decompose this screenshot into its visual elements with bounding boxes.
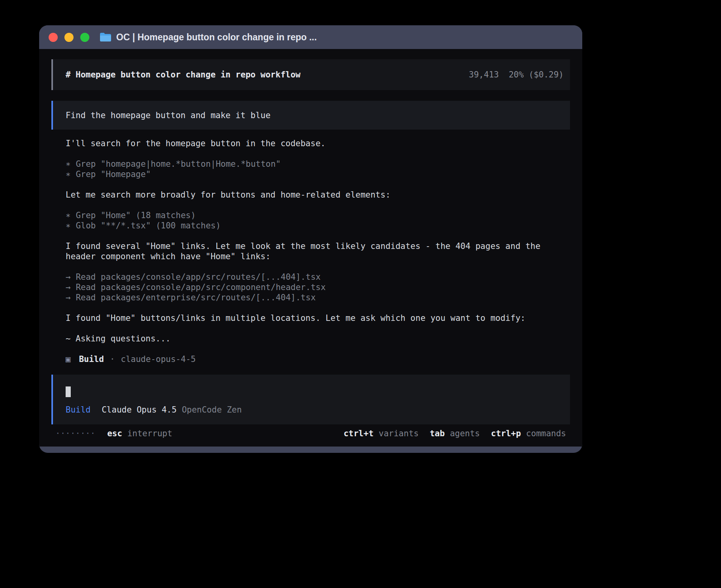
tool-label: Read packages/console/app/src/routes/[..… xyxy=(76,272,321,282)
model-label: Claude Opus 4.5 xyxy=(102,405,177,415)
shortcut-label: agents xyxy=(450,429,480,438)
tool-call-row: ∗Glob "**/*.tsx" (100 matches) xyxy=(66,220,569,231)
read-arrow-icon: → xyxy=(66,282,71,292)
tool-label: Grep "Home" (18 matches) xyxy=(76,211,196,220)
tool-marker-icon: ∗ xyxy=(66,159,71,169)
read-arrow-icon: → xyxy=(66,292,71,303)
tool-marker-icon: ∗ xyxy=(66,210,71,220)
tool-call-row: →Read packages/console/app/src/routes/[.… xyxy=(66,272,569,282)
assistant-paragraph: I found "Home" buttons/links in multiple… xyxy=(66,313,569,323)
shortcut-key: ctrl+t xyxy=(344,429,374,438)
esc-hint: escinterrupt xyxy=(107,428,172,439)
user-message-text: Find the homepage button and make it blu… xyxy=(66,110,270,121)
tool-call-row: →Read packages/enterprise/src/routes/[..… xyxy=(66,292,569,303)
tool-label: Grep "homepage|home.*button|Home.*button… xyxy=(76,159,281,169)
prompt-input[interactable]: BuildClaude Opus 4.5OpenCode Zen xyxy=(51,375,570,424)
shortcut-key: tab xyxy=(430,429,445,438)
agent-name: Build xyxy=(79,354,104,364)
titlebar: OC | Homepage button color change in rep… xyxy=(39,25,582,49)
assistant-paragraph: I'll search for the homepage button in t… xyxy=(66,138,569,149)
shortcut-label: commands xyxy=(526,429,566,438)
tool-marker-icon: ∗ xyxy=(66,169,71,179)
tool-label: Glob "**/*.tsx" (100 matches) xyxy=(76,221,221,230)
prompt-footer: BuildClaude Opus 4.5OpenCode Zen xyxy=(66,405,557,415)
esc-label: interrupt xyxy=(127,429,172,438)
window-title: OC | Homepage button color change in rep… xyxy=(116,32,317,43)
agent-line: ▣Build·claude-opus-4-5 xyxy=(66,354,569,364)
status-bar: ········ escinterrupt ctrl+tvariants tab… xyxy=(51,428,570,439)
context-usage: 20% ($0.29) xyxy=(509,70,564,80)
traffic-lights xyxy=(49,33,89,42)
mode-label[interactable]: Build xyxy=(66,405,91,415)
statusbar-left: ········ escinterrupt xyxy=(55,428,172,439)
tool-marker-icon: ∗ xyxy=(66,220,71,231)
shortcut-label: variants xyxy=(379,429,419,438)
session-stats: 39,413 20% ($0.29) xyxy=(469,70,564,80)
minimize-button[interactable] xyxy=(64,33,74,42)
asking-status: ~ Asking questions... xyxy=(66,334,569,344)
tool-label: Read packages/enterprise/src/routes/[...… xyxy=(76,293,316,302)
tool-label: Read packages/console/app/src/component/… xyxy=(76,283,326,292)
shortcut-variants: ctrl+tvariants xyxy=(344,428,419,439)
assistant-paragraph: I found several "Home" links. Let me loo… xyxy=(66,241,569,262)
terminal-window: OC | Homepage button color change in rep… xyxy=(39,25,582,453)
terminal-content: # Homepage button color change in repo w… xyxy=(39,49,582,447)
token-count: 39,413 xyxy=(469,70,499,80)
tool-call-row: →Read packages/console/app/src/component… xyxy=(66,282,569,292)
session-title: # Homepage button color change in repo w… xyxy=(66,70,300,80)
assistant-paragraph: Let me search more broadly for buttons a… xyxy=(66,190,569,200)
esc-key: esc xyxy=(107,429,122,438)
folder-icon xyxy=(100,32,111,42)
text-cursor xyxy=(66,386,71,397)
titlebar-title-group: OC | Homepage button color change in rep… xyxy=(100,32,317,43)
shortcut-agents: tabagents xyxy=(430,428,480,439)
tool-call-row: ∗Grep "homepage|home.*button|Home.*butto… xyxy=(66,159,569,169)
tool-call-row: ∗Grep "Homepage" xyxy=(66,169,569,179)
tool-call-row: ∗Grep "Home" (18 matches) xyxy=(66,210,569,220)
shortcut-commands: ctrl+pcommands xyxy=(491,428,566,439)
close-button[interactable] xyxy=(49,33,58,42)
shortcut-key: ctrl+p xyxy=(491,429,521,438)
statusbar-right: ctrl+tvariants tabagents ctrl+pcommands xyxy=(344,428,566,439)
agent-model: claude-opus-4-5 xyxy=(121,354,196,364)
provider-label: OpenCode Zen xyxy=(182,405,242,415)
tool-label: Grep "Homepage" xyxy=(76,170,151,179)
conversation: I'll search for the homepage button in t… xyxy=(51,138,570,364)
spinner-dots-icon: ········ xyxy=(55,428,95,439)
agent-square-icon: ▣ xyxy=(66,354,71,364)
read-arrow-icon: → xyxy=(66,272,71,282)
zoom-button[interactable] xyxy=(80,33,89,42)
session-header: # Homepage button color change in repo w… xyxy=(51,59,570,90)
separator-dot: · xyxy=(110,354,115,364)
user-message: Find the homepage button and make it blu… xyxy=(51,101,570,130)
